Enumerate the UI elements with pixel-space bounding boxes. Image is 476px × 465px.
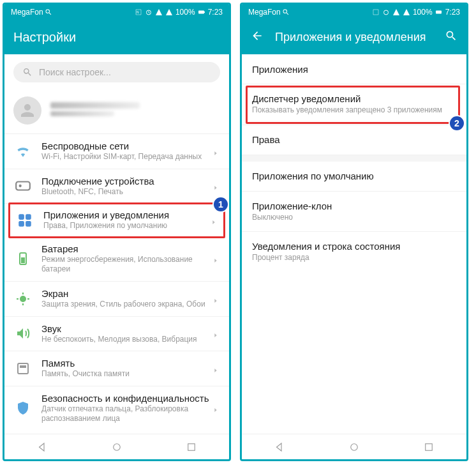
signal-icon — [165, 8, 173, 16]
settings-list: Беспроводные сети Wi-Fi, Настройки SIM-к… — [4, 134, 229, 434]
display-icon — [13, 289, 33, 309]
item-battery[interactable]: Батарея Режим энергосбережения, Использо… — [4, 237, 229, 282]
svg-rect-18 — [20, 365, 26, 368]
statusbar: MegaFon 100% 7:23 — [242, 4, 466, 20]
item-notification-manager[interactable]: Диспетчер уведомлений Показывать уведомл… — [242, 84, 466, 125]
section-gap — [242, 155, 466, 162]
battery-icon — [198, 8, 205, 16]
item-title: Приложения и уведомления — [43, 210, 211, 220]
item-storage[interactable]: Память Память, Очистка памяти — [4, 351, 229, 386]
chevron-right-icon — [211, 217, 218, 224]
svg-rect-6 — [19, 214, 24, 220]
chevron-right-icon — [212, 404, 220, 412]
navbar — [4, 434, 229, 459]
search-icon — [282, 8, 290, 16]
item-display[interactable]: Экран Защита зрения, Стиль рабочего экра… — [4, 282, 229, 317]
item-title: Подключение устройства — [41, 176, 212, 187]
item-wireless[interactable]: Беспроводные сети Wi-Fi, Настройки SIM-к… — [4, 134, 229, 169]
item-apps[interactable]: Приложения — [242, 54, 466, 84]
header: Настройки — [4, 20, 229, 54]
alarm-icon — [382, 8, 390, 16]
step-badge-2: 2 — [449, 115, 465, 132]
search-icon — [45, 8, 52, 16]
item-title: Уведомления и строка состояния — [252, 241, 456, 252]
storage-icon — [13, 359, 33, 378]
battery-label: 100% — [413, 8, 433, 17]
item-title: Звук — [41, 323, 212, 334]
svg-rect-11 — [21, 257, 25, 263]
search-placeholder: Поиск настроек... — [39, 67, 111, 77]
clock-label: 7:23 — [445, 8, 460, 17]
header: Приложения и уведомления — [242, 20, 466, 54]
svg-rect-17 — [18, 363, 28, 374]
item-sub: Защита зрения, Стиль рабочего экрана, Об… — [41, 300, 212, 310]
battery-icon — [435, 8, 443, 16]
page-title: Приложения и уведомления — [275, 31, 445, 44]
phone-left: MegaFon N 100% 7:23 Настройки Поиск наст… — [3, 3, 231, 461]
item-app-clone[interactable]: Приложение-клон Выключено — [242, 192, 466, 232]
search-input[interactable]: Поиск настроек... — [13, 62, 220, 82]
item-status-bar[interactable]: Уведомления и строка состояния Процент з… — [242, 232, 466, 272]
nav-home-icon[interactable] — [111, 441, 123, 453]
svg-point-12 — [20, 296, 26, 302]
item-title: Память — [41, 358, 212, 369]
item-title: Приложения по умолчанию — [252, 171, 456, 181]
nfc-icon: N — [135, 8, 142, 16]
item-sub: Bluetooth, NFC, Печать — [41, 187, 212, 197]
sound-icon — [13, 324, 33, 343]
svg-text:N: N — [137, 10, 139, 14]
item-sub: Выключено — [252, 213, 456, 223]
search-icon — [22, 67, 33, 77]
item-title: Батарея — [41, 243, 212, 254]
chevron-right-icon — [212, 182, 220, 190]
item-title: Приложения — [252, 64, 456, 75]
signal-icon — [403, 8, 410, 16]
chevron-right-icon — [212, 295, 220, 303]
svg-rect-22 — [436, 11, 442, 14]
signal-icon — [155, 8, 163, 16]
chevron-right-icon — [212, 365, 220, 372]
item-security[interactable]: Безопасность и конфиденциальность Датчик… — [4, 386, 229, 431]
carrier-label: MegaFon — [11, 8, 43, 17]
item-title: Беспроводные сети — [41, 141, 212, 151]
profile-row[interactable] — [4, 90, 229, 134]
svg-rect-2 — [198, 11, 204, 14]
page-title: Настройки — [13, 30, 220, 45]
svg-rect-24 — [426, 443, 433, 450]
item-title: Диспетчер уведомлений — [252, 93, 456, 104]
item-sound[interactable]: Звук Не беспокоить, Мелодия вызова, Вибр… — [4, 317, 229, 352]
item-sub: Права, Приложения по умолчанию — [43, 221, 211, 231]
item-sub: Датчик отпечатка пальца, Разблокировка р… — [41, 404, 212, 424]
svg-point-21 — [383, 10, 388, 15]
search-button[interactable] — [445, 29, 457, 45]
alarm-icon — [145, 8, 152, 16]
item-sub: Показывать уведомления запрещено 3 прило… — [252, 105, 456, 116]
nav-back-icon[interactable] — [36, 441, 48, 453]
item-title: Приложение-клон — [252, 201, 456, 211]
svg-rect-3 — [204, 11, 205, 13]
chevron-right-icon — [212, 330, 220, 337]
nav-recent-icon[interactable] — [423, 441, 435, 453]
back-button[interactable] — [251, 29, 264, 45]
wifi-icon — [13, 142, 33, 161]
blurred-text — [50, 102, 140, 109]
item-device-connect[interactable]: Подключение устройства Bluetooth, NFC, П… — [4, 169, 229, 204]
svg-rect-7 — [26, 214, 31, 220]
item-sub: Не беспокоить, Мелодия вызова, Вибрация — [41, 335, 212, 345]
battery-icon — [13, 249, 33, 268]
item-default-apps[interactable]: Приложения по умолчанию — [242, 162, 466, 192]
clock-label: 7:23 — [208, 8, 223, 17]
item-apps-notifications[interactable]: Приложения и уведомления Права, Приложен… — [8, 202, 225, 238]
nav-recent-icon[interactable] — [186, 441, 197, 453]
signal-icon — [392, 8, 400, 16]
carrier-label: MegaFon — [248, 8, 281, 17]
nav-home-icon[interactable] — [348, 441, 360, 453]
chevron-right-icon — [212, 148, 220, 155]
item-permissions[interactable]: Права — [242, 125, 466, 155]
svg-rect-4 — [16, 182, 30, 190]
settings-list: Приложения Диспетчер уведомлений Показыв… — [242, 54, 466, 434]
item-title: Экран — [41, 288, 212, 299]
nav-back-icon[interactable] — [274, 441, 285, 453]
bluetooth-icon — [13, 176, 33, 195]
apps-grid-icon — [15, 211, 34, 230]
